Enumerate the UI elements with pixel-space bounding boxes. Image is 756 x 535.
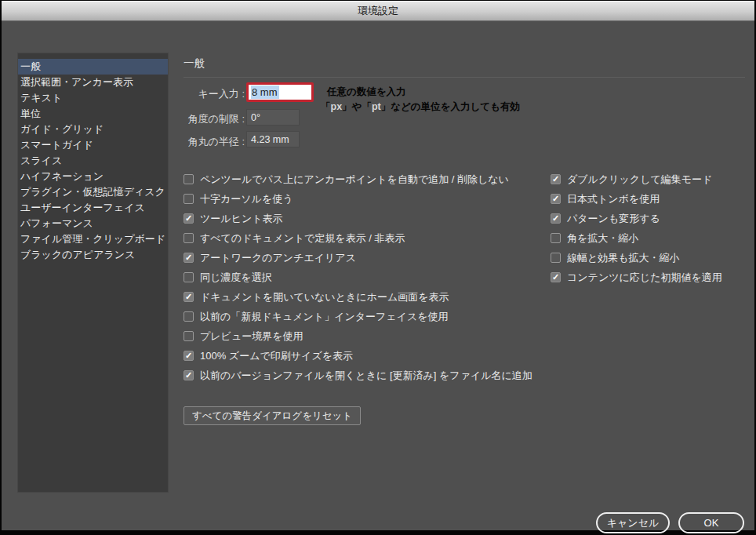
checkbox-column-left: ペンツールでパス上にアンカーポイントを自動で追加 / 削除しない 十字カーソルを… [184,169,532,385]
annotation-line1: 任意の数値を入力 [327,86,406,99]
checkbox[interactable] [184,272,194,282]
checkbox-label: 100% ズームで印刷サイズを表示 [200,349,353,363]
checkbox-label: 日本式トンボを使用 [567,192,660,206]
key-input-value: 8 mm [251,86,279,99]
sidebar: 一般選択範囲・アンカー表示テキスト単位ガイド・グリッドスマートガイドスライスハイ… [17,53,169,493]
sidebar-item[interactable]: プラグイン・仮想記憶ディスク [18,184,168,200]
reset-warnings-button[interactable]: すべての警告ダイアログをリセット [184,406,361,425]
checkbox-label: コンテンツに応じた初期値を適用 [567,271,722,285]
checkbox-row[interactable]: アートワークのアンチエイリアス [184,248,532,268]
cancel-button[interactable]: キャンセル [596,512,670,533]
checkbox-row[interactable]: すべてのドキュメントで定規を表示 / 非表示 [184,228,532,248]
ok-button[interactable]: OK [678,512,744,533]
checkbox[interactable] [184,331,194,341]
dialog-body: 一般選択範囲・アンカー表示テキスト単位ガイド・グリッドスマートガイドスライスハイ… [2,21,754,530]
checkbox-row[interactable]: ペンツールでパス上にアンカーポイントを自動で追加 / 削除しない [184,169,532,189]
checkbox-row[interactable]: 日本式トンボを使用 [551,189,722,209]
sidebar-item[interactable]: テキスト [18,90,168,106]
checkbox-row[interactable]: ツールヒント表示 [184,209,532,228]
checkbox-row[interactable]: 角を拡大・縮小 [551,228,722,248]
checkbox[interactable] [184,351,194,361]
corner-radius-label: 角丸の半径 : [182,135,245,149]
checkbox[interactable] [184,174,194,184]
checkbox[interactable] [184,292,194,302]
window-title: 環境設定 [358,4,398,18]
checkbox[interactable] [184,370,194,380]
sidebar-item[interactable]: ハイフネーション [18,169,168,184]
angle-limit-field[interactable]: 0° [246,109,300,126]
sidebar-item[interactable]: パフォーマンス [18,216,168,231]
checkbox-label: 角を拡大・縮小 [567,231,638,246]
checkbox-label: アートワークのアンチエイリアス [200,251,356,265]
checkbox-label: 以前のバージョンファイルを開くときに [更新済み] をファイル名に追加 [200,369,532,383]
checkbox-row[interactable]: 以前の「新規ドキュメント」インターフェイスを使用 [184,307,532,326]
checkbox[interactable] [184,253,194,263]
sidebar-item[interactable]: 選択範囲・アンカー表示 [18,75,168,90]
checkbox-row[interactable]: コンテンツに応じた初期値を適用 [551,268,722,287]
corner-radius-value: 4.23 mm [251,134,289,145]
checkbox-row[interactable]: 線幅と効果も拡大・縮小 [551,248,722,268]
angle-limit-label: 角度の制限 : [182,112,245,126]
annotation-line2: 「px」や「pt」などの単位を入力しても有効 [321,100,520,114]
checkbox-label: すべてのドキュメントで定規を表示 / 非表示 [200,231,405,246]
window-titlebar[interactable]: 環境設定 [2,1,754,21]
checkbox[interactable] [551,213,561,224]
checkbox-label: ドキュメントを開いていないときにホーム画面を表示 [200,290,449,304]
checkbox[interactable] [551,233,561,243]
angle-limit-value: 0° [251,112,260,123]
checkbox[interactable] [184,213,194,224]
checkbox-row[interactable]: プレビュー境界を使用 [184,326,532,346]
key-input-field[interactable]: 8 mm [246,82,314,102]
checkbox-row[interactable]: パターンも変形する [551,209,722,228]
checkbox[interactable] [551,194,561,204]
checkbox-label: パターンも変形する [567,212,660,226]
checkbox-label: プレビュー境界を使用 [200,329,303,344]
checkbox-row[interactable]: ダブルクリックして編集モード [551,169,722,189]
sidebar-item[interactable]: ファイル管理・クリップボード [18,231,168,247]
checkbox-label: 十字カーソルを使う [200,192,293,206]
key-input-label: キー入力 : [182,87,245,101]
section-separator [184,77,745,78]
checkbox-label: 以前の「新規ドキュメント」インターフェイスを使用 [200,310,449,324]
checkbox-row[interactable]: 100% ズームで印刷サイズを表示 [184,346,532,366]
sidebar-item[interactable]: ブラックのアピアランス [18,247,168,263]
sidebar-item[interactable]: 一般 [18,59,168,75]
checkbox-column-right: ダブルクリックして編集モード 日本式トンボを使用 パターンも変形する 角を拡大・… [551,169,722,287]
checkbox-row[interactable]: ドキュメントを開いていないときにホーム画面を表示 [184,287,532,307]
sidebar-item[interactable]: ガイド・グリッド [18,122,168,137]
checkbox[interactable] [551,174,561,184]
corner-radius-field[interactable]: 4.23 mm [246,131,300,147]
checkbox[interactable] [184,311,194,322]
checkbox-row[interactable]: 同じ濃度を選択 [184,268,532,287]
checkbox-label: 線幅と効果も拡大・縮小 [567,251,680,265]
sidebar-item[interactable]: スライス [18,153,168,169]
checkbox-label: ツールヒント表示 [200,212,283,226]
checkbox-label: ペンツールでパス上にアンカーポイントを自動で追加 / 削除しない [200,173,509,187]
checkbox[interactable] [551,272,561,282]
sidebar-item[interactable]: ユーザーインターフェイス [18,200,168,216]
checkbox-label: 同じ濃度を選択 [200,271,272,285]
checkbox[interactable] [551,253,561,263]
sidebar-item[interactable]: 単位 [18,106,168,122]
checkbox[interactable] [184,233,194,243]
sidebar-item[interactable]: スマートガイド [18,137,168,153]
checkbox-row[interactable]: 以前のバージョンファイルを開くときに [更新済み] をファイル名に追加 [184,366,532,385]
checkbox[interactable] [184,194,194,204]
preferences-dialog: 環境設定 一般選択範囲・アンカー表示テキスト単位ガイド・グリッドスマートガイドス… [0,0,756,535]
checkbox-row[interactable]: 十字カーソルを使う [184,189,532,209]
section-title: 一般 [184,56,205,71]
checkbox-label: ダブルクリックして編集モード [567,173,712,187]
